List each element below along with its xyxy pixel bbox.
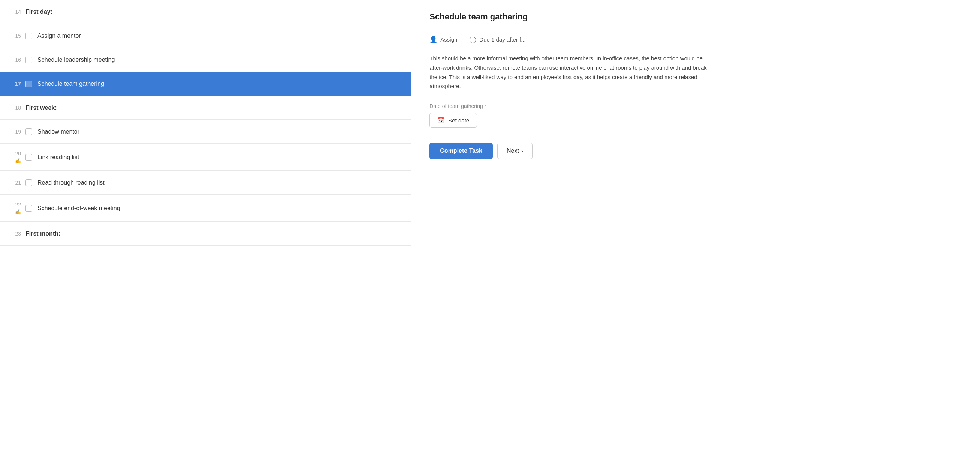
row-number-23: 23 bbox=[8, 231, 21, 237]
task-row-20[interactable]: 20 ✍ Link reading list bbox=[0, 144, 411, 171]
task-row-19[interactable]: 19 Shadow mentor bbox=[0, 120, 411, 144]
calendar-icon: 📅 bbox=[438, 117, 444, 124]
row-number-17: 17 bbox=[8, 81, 21, 87]
task-label-21: Read through reading list bbox=[38, 180, 105, 186]
task-detail-panel: Schedule team gathering 👤 Assign ◯ Due 1… bbox=[412, 0, 980, 466]
set-date-label: Set date bbox=[448, 117, 469, 124]
task-checkbox-17[interactable] bbox=[25, 81, 32, 87]
row-number-18: 18 bbox=[8, 105, 21, 111]
detail-title: Schedule team gathering bbox=[430, 12, 962, 28]
section-title-14: First day: bbox=[25, 9, 52, 15]
task-checkbox-21[interactable] bbox=[25, 180, 32, 186]
due-label: Due 1 day after f... bbox=[479, 37, 525, 43]
section-header-23: 23 First month: bbox=[0, 222, 411, 246]
row-number-21: 21 bbox=[8, 180, 21, 186]
action-row: Complete Task Next › bbox=[430, 143, 962, 159]
task-row-17[interactable]: 17 Schedule team gathering bbox=[0, 72, 411, 96]
assign-label: Assign bbox=[440, 37, 457, 43]
drag-handle-icon: ✍ bbox=[15, 158, 21, 164]
section-title-23: First month: bbox=[25, 231, 60, 237]
date-field-label: Date of team gathering* bbox=[430, 103, 962, 109]
complete-task-button[interactable]: Complete Task bbox=[430, 143, 493, 159]
task-label-19: Shadow mentor bbox=[38, 129, 80, 135]
task-label-15: Assign a mentor bbox=[38, 33, 81, 39]
task-label-20: Link reading list bbox=[38, 154, 79, 161]
row-number-15: 15 bbox=[8, 33, 21, 39]
set-date-button[interactable]: 📅 Set date bbox=[430, 113, 477, 128]
next-button[interactable]: Next › bbox=[497, 143, 533, 159]
task-checkbox-15[interactable] bbox=[25, 33, 32, 39]
section-title-18: First week: bbox=[25, 105, 57, 111]
row-number-14: 14 bbox=[8, 9, 21, 15]
row-number-19: 19 bbox=[8, 129, 21, 135]
task-row-15[interactable]: 15 Assign a mentor bbox=[0, 24, 411, 48]
task-checkbox-16[interactable] bbox=[25, 57, 32, 63]
task-row-21[interactable]: 21 Read through reading list bbox=[0, 171, 411, 195]
task-checkbox-19[interactable] bbox=[25, 129, 32, 135]
next-label: Next bbox=[507, 148, 519, 154]
section-header-14: 14 First day: bbox=[0, 0, 411, 24]
task-label-16: Schedule leadership meeting bbox=[38, 57, 115, 63]
due-meta: ◯ Due 1 day after f... bbox=[469, 36, 525, 43]
task-checkbox-20[interactable] bbox=[25, 154, 32, 161]
description: This should be a more informal meeting w… bbox=[430, 54, 714, 91]
clock-icon: ◯ bbox=[469, 36, 476, 43]
task-label-17: Schedule team gathering bbox=[38, 81, 104, 87]
task-list-panel: 14 First day: 15 Assign a mentor 16 Sche… bbox=[0, 0, 412, 466]
task-row-16[interactable]: 16 Schedule leadership meeting bbox=[0, 48, 411, 72]
assign-meta[interactable]: 👤 Assign bbox=[430, 36, 457, 43]
chevron-right-icon: › bbox=[521, 148, 523, 154]
assign-icon: 👤 bbox=[430, 36, 438, 43]
task-label-22: Schedule end-of-week meeting bbox=[38, 205, 120, 212]
row-number-20: 20 ✍ bbox=[8, 151, 21, 164]
drag-handle-icon: ✍ bbox=[15, 209, 21, 215]
row-number-16: 16 bbox=[8, 57, 21, 63]
section-header-18: 18 First week: bbox=[0, 96, 411, 120]
task-row-22[interactable]: 22 ✍ Schedule end-of-week meeting bbox=[0, 195, 411, 222]
meta-row: 👤 Assign ◯ Due 1 day after f... bbox=[430, 36, 962, 43]
task-checkbox-22[interactable] bbox=[25, 205, 32, 212]
row-number-22: 22 ✍ bbox=[8, 202, 21, 215]
